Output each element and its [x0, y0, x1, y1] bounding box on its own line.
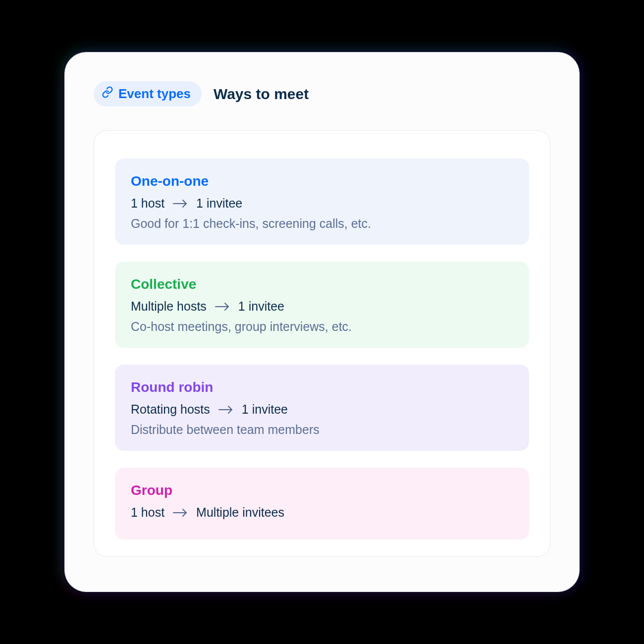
card-hosts: 1 host — [131, 196, 164, 211]
card-hosts: Multiple hosts — [131, 299, 207, 314]
arrow-right-icon — [215, 301, 230, 312]
card-invitees: 1 invitee — [242, 402, 288, 417]
event-types-panel: One-on-one 1 host 1 invitee Good for 1:1… — [94, 130, 550, 557]
event-type-card-group[interactable]: Group 1 host Multiple invitees — [115, 468, 529, 539]
app-window: Event types Ways to meet One-on-one 1 ho… — [64, 52, 580, 592]
card-desc: Good for 1:1 check-ins, screening calls,… — [131, 216, 513, 231]
card-hosts: Rotating hosts — [131, 402, 210, 417]
card-title: Group — [131, 483, 513, 498]
card-title: Round robin — [131, 379, 513, 395]
page-title: Ways to meet — [214, 86, 309, 103]
card-invitees: Multiple invitees — [196, 505, 284, 520]
card-subline: 1 host 1 invitee — [131, 196, 513, 211]
card-invitees: 1 invitee — [196, 196, 242, 211]
card-title: Collective — [131, 276, 513, 292]
event-type-card-one-on-one[interactable]: One-on-one 1 host 1 invitee Good for 1:1… — [115, 159, 529, 245]
link-icon — [102, 86, 113, 102]
card-subline: Rotating hosts 1 invitee — [131, 402, 513, 417]
event-types-badge-label: Event types — [118, 86, 191, 102]
arrow-right-icon — [172, 198, 188, 209]
card-subline: 1 host Multiple invitees — [131, 505, 513, 520]
event-type-card-round-robin[interactable]: Round robin Rotating hosts 1 invitee Dis… — [115, 365, 529, 451]
card-subline: Multiple hosts 1 invitee — [131, 299, 513, 314]
card-title: One-on-one — [131, 173, 513, 189]
card-desc: Co-host meetings, group interviews, etc. — [131, 320, 513, 334]
card-invitees: 1 invitee — [238, 299, 284, 314]
arrow-right-icon — [218, 404, 234, 415]
arrow-right-icon — [172, 507, 188, 518]
card-desc: Distribute between team members — [131, 423, 513, 437]
card-hosts: 1 host — [131, 505, 164, 520]
header-row: Event types Ways to meet — [94, 81, 550, 107]
event-type-card-collective[interactable]: Collective Multiple hosts 1 invitee Co-h… — [115, 262, 529, 348]
event-types-badge[interactable]: Event types — [94, 81, 202, 107]
